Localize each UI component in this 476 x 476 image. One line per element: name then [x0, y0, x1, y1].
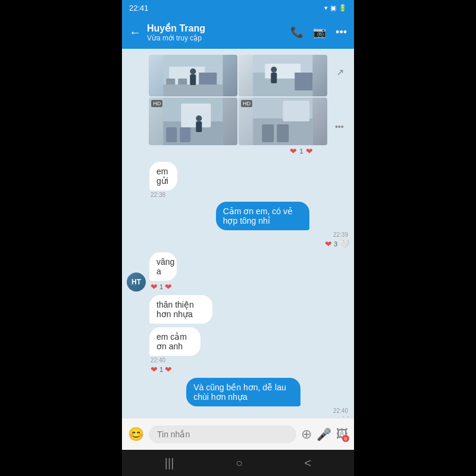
message-time: 22:40 — [149, 357, 223, 364]
heart-reaction-2: ❤ — [306, 146, 313, 156]
message-wrapper: thân thiện hơn nhựa — [149, 295, 239, 324]
svg-rect-13 — [271, 73, 277, 83]
chat-image-2[interactable] — [239, 55, 327, 96]
battery-icon: 🔋 — [339, 4, 347, 12]
hd-badge-2: HD — [241, 100, 252, 107]
svg-rect-17 — [167, 127, 177, 142]
heart-outline-icon: 🤍 — [339, 239, 349, 249]
heart-icon-2: ❤ — [165, 282, 172, 292]
emoji-button[interactable]: 😊 — [128, 427, 144, 442]
image-row-bottom: HD HD ••• — [149, 98, 327, 145]
call-button[interactable]: 📞 — [290, 26, 303, 39]
microphone-button[interactable]: 🎤 — [317, 427, 331, 441]
status-right-icons: ▾ ▣ 🔋 — [324, 4, 347, 12]
message-text: em cảm ơn anh — [156, 332, 187, 351]
status-bar: 22:41 ▾ ▣ 🔋 — [122, 0, 354, 15]
message-bubble: em cảm ơn anh — [149, 327, 201, 356]
chat-image-3[interactable]: HD — [149, 98, 237, 145]
notification-badge: 6 — [342, 435, 349, 442]
message-row: HT vâng a ❤ 1 ❤ — [127, 252, 349, 292]
heart-icon-2: ❤ — [165, 365, 172, 374]
message-wrapper: Cảm ơn em, có vẻ hợp tông nhỉ 22:39 ❤ 3 … — [216, 202, 349, 249]
message-reactions: ❤ 3 🤍 — [216, 239, 349, 249]
chat-header: ← Huyền Trang Vừa mới truy cập 📞 📷 ••• — [122, 15, 354, 49]
reaction-count: 1 — [159, 283, 163, 290]
contact-status: Vừa mới truy cập — [147, 34, 284, 42]
message-input[interactable] — [149, 425, 296, 443]
menu-button[interactable]: ||| — [165, 456, 174, 470]
back-button[interactable]: ← — [129, 26, 141, 39]
svg-point-12 — [271, 67, 277, 73]
message-text: Và cũng bền hơn, dễ lau chùi hơn nhựa — [193, 383, 286, 402]
status-time: 22:41 — [129, 4, 149, 12]
message-row: em cảm ơn anh 22:40 ❤ 1 ❤ — [127, 327, 349, 374]
chat-image-4[interactable]: HD — [239, 98, 327, 145]
message-text: Cảm ơn em, có vẻ hợp tông nhỉ — [223, 206, 293, 226]
heart-icon: ❤ — [325, 239, 332, 249]
reaction-count: 3 — [334, 240, 337, 248]
header-actions: 📞 📷 ••• — [290, 26, 347, 39]
hd-badge-1: HD — [151, 100, 162, 107]
message-time: 22:40 — [186, 408, 349, 414]
chat-image-1[interactable] — [149, 55, 237, 96]
heart-icon: ❤ — [151, 365, 158, 374]
svg-rect-20 — [196, 121, 202, 132]
svg-rect-11 — [295, 73, 312, 90]
message-text: vâng a — [156, 257, 174, 276]
message-bubble: Và cũng bền hơn, dễ lau chùi hơn nhựa — [186, 378, 300, 406]
input-actions: ⊕ 🎤 🖼 6 — [301, 427, 348, 442]
home-button[interactable]: ○ — [236, 456, 243, 470]
message-row: Và cũng bền hơn, dễ lau chùi hơn nhựa 22… — [127, 378, 349, 418]
reaction-count: 1 — [159, 366, 163, 373]
svg-rect-5 — [164, 84, 223, 96]
message-wrapper: em cảm ơn anh 22:40 ❤ 1 ❤ — [149, 327, 223, 374]
image-row-top: ↗ — [149, 55, 327, 96]
message-text: thân thiện hơn nhựa — [156, 300, 194, 319]
message-wrapper: Và cũng bền hơn, dễ lau chùi hơn nhựa 22… — [186, 378, 349, 418]
message-bubble: em gửi — [149, 162, 177, 190]
svg-rect-23 — [283, 101, 309, 121]
message-reactions: ❤ 1 ❤ — [149, 365, 223, 374]
message-wrapper: vâng a ❤ 1 ❤ — [149, 252, 189, 292]
avatar: HT — [127, 273, 146, 292]
chat-area: ↗ HD — [122, 49, 354, 418]
message-time: 22:39 — [216, 231, 349, 238]
share-icon[interactable]: ↗ — [336, 67, 344, 78]
phone-container: 22:41 ▾ ▣ 🔋 ← Huyền Trang Vừa mới truy c… — [122, 0, 354, 476]
media-button-wrapper: 🖼 6 — [336, 427, 348, 441]
wifi-icon: ▾ — [324, 4, 328, 12]
svg-rect-7 — [190, 74, 196, 85]
back-nav-button[interactable]: < — [305, 456, 312, 470]
video-call-button[interactable]: 📷 — [313, 26, 326, 39]
message-bubble: thân thiện hơn nhựa — [149, 295, 212, 324]
contact-info: Huyền Trang Vừa mới truy cập — [147, 23, 284, 42]
svg-rect-25 — [277, 124, 289, 142]
image-group: ↗ HD — [149, 55, 327, 156]
heart-reaction: ❤ — [290, 146, 297, 156]
message-text: em gửi — [156, 167, 168, 186]
signal-icon: ▣ — [330, 4, 336, 12]
svg-point-19 — [196, 115, 202, 121]
message-row: em gửi 22:38 — [127, 162, 349, 198]
add-attachment-button[interactable]: ⊕ — [301, 427, 312, 442]
message-reactions: ❤ 1 ❤ — [149, 282, 189, 292]
navigation-bar: ||| ○ < — [122, 450, 354, 476]
svg-rect-24 — [262, 124, 274, 142]
heart-icon: ❤ — [151, 282, 158, 292]
input-bar: 😊 ⊕ 🎤 🖼 6 — [122, 418, 354, 450]
message-bubble: vâng a — [149, 252, 177, 281]
svg-point-6 — [190, 68, 196, 74]
more-options-media[interactable]: ••• — [335, 121, 344, 132]
svg-rect-18 — [180, 127, 191, 142]
more-options-button[interactable]: ••• — [336, 26, 347, 39]
contact-name: Huyền Trang — [147, 23, 284, 34]
message-bubble: Cảm ơn em, có vẻ hợp tông nhỉ — [216, 202, 309, 230]
message-time: 22:38 — [149, 192, 189, 198]
message-row: Cảm ơn em, có vẻ hợp tông nhỉ 22:39 ❤ 3 … — [127, 202, 349, 249]
image-reactions: ❤ 1 ❤ — [149, 146, 327, 156]
message-wrapper: em gửi 22:38 — [149, 162, 189, 198]
message-row: thân thiện hơn nhựa — [127, 295, 349, 324]
